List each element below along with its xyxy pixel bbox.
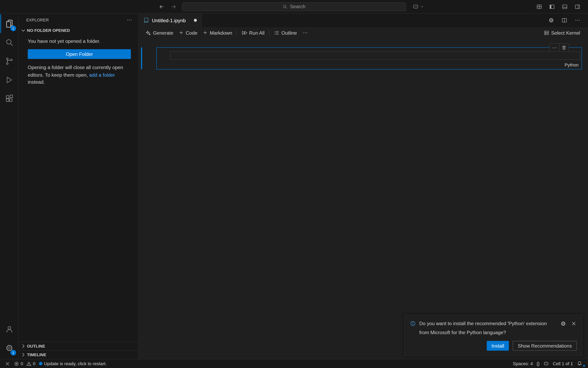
split-editor-button[interactable] [560,16,568,24]
forward-button[interactable] [170,2,178,11]
open-folder-button[interactable]: Open Folder [28,49,131,59]
layout-sidebar-right-icon [575,4,581,9]
run-all-icon [242,30,247,36]
copilot-dropdown[interactable] [412,3,424,10]
chevron-right-icon [20,352,26,358]
notifications-bell[interactable] [575,361,584,366]
chevron-down-icon [420,5,424,9]
more-editor-actions-button[interactable] [573,16,582,24]
toggle-panel-button[interactable] [561,2,569,11]
trash-icon [562,45,567,50]
modified-dot-icon[interactable] [194,19,197,22]
outline-label: Outline [281,30,297,36]
add-code-cell-button[interactable]: Code [176,29,200,37]
error-count: 0 [21,361,23,366]
spaces-label: Spaces: 4 [513,361,533,366]
timeline-label: TIMELINE [27,353,46,357]
cell-position-label: Cell 1 of 1 [553,361,573,366]
error-icon [14,361,19,366]
tab-label: Untitled-1.ipynb [152,18,191,23]
editor-actions [547,14,588,27]
focused-cell-indicator [141,47,142,69]
toggle-primary-sidebar-button[interactable] [548,2,556,11]
generate-button[interactable]: Generate [143,29,176,37]
install-button[interactable]: Install [487,341,509,351]
remote-icon [5,361,10,366]
select-kernel-label: Select Kernel [551,30,580,36]
toast-content: Do you want to install the recommended '… [410,319,577,337]
cell-code-editor[interactable] [170,51,580,60]
plus-icon [179,30,184,35]
more-actions-icon[interactable] [126,17,132,23]
layout-controls [535,2,582,11]
cell-more-actions-button[interactable] [550,44,559,52]
copilot-status[interactable] [541,361,551,366]
search-input[interactable]: Search [182,2,406,11]
markdown-label: Markdown [210,30,232,36]
remote-indicator[interactable] [3,359,12,368]
run-all-button[interactable]: Run All [239,29,267,37]
plus-icon [202,30,208,35]
cell-language-picker[interactable]: Python [565,62,579,67]
notebook-settings-button[interactable] [547,16,555,24]
activity-bar-bottom: 1 [0,320,18,359]
update-dot-icon [39,362,43,365]
indent-indicator[interactable]: Spaces: 4 [511,361,535,366]
toast-actions [560,319,577,337]
gear-icon [548,17,554,23]
layout-sidebar-left-icon [549,4,555,9]
select-kernel-button[interactable]: Select Kernel [541,29,583,37]
warning-count: 0 [33,361,35,366]
toolbar-separator [269,30,269,36]
add-markdown-cell-button[interactable]: Markdown [200,29,235,37]
bell-icon [577,361,582,366]
editor-area: Untitled-1.ipynb [139,14,588,359]
layout-grid-icon [536,4,542,9]
update-ready-item[interactable]: Update is ready, click to restart. [37,359,109,368]
settings-badge: 1 [10,350,16,356]
tab-untitled-notebook[interactable]: Untitled-1.ipynb [139,14,202,27]
no-folder-section-header[interactable]: NO FOLDER OPENED [19,26,138,34]
status-bar: 0 0 Update is ready, click to restart. S… [0,359,588,368]
more-toolbar-actions-button[interactable] [299,29,310,37]
customize-layout-button[interactable] [535,2,544,11]
activity-accounts[interactable] [0,320,18,339]
extensions-icon [5,94,14,103]
explorer-badge: 1 [10,26,16,31]
back-button[interactable] [158,2,166,11]
delete-cell-button[interactable] [559,44,569,52]
outline-section-header[interactable]: OUTLINE [19,341,138,350]
problems-indicator[interactable]: 0 0 [12,359,37,368]
toggle-secondary-sidebar-button[interactable] [573,2,582,11]
list-outline-icon [274,30,280,36]
close-icon[interactable] [571,321,577,327]
add-folder-link[interactable]: add a folder [89,72,115,77]
sidebar-title: EXPLORER [26,18,49,22]
tab-bar: Untitled-1.ipynb [139,14,588,27]
activity-explorer[interactable]: 1 [0,14,18,33]
show-recommendations-button[interactable]: Show Recommendations [513,341,577,351]
search-placeholder: Search [290,4,305,9]
split-editor-icon [562,17,567,23]
outline-button[interactable]: Outline [271,29,299,37]
cell-position-indicator[interactable]: Cell 1 of 1 [551,361,575,366]
toolbar-separator [237,30,237,36]
notebook-cell[interactable]: Python [156,47,582,69]
language-braces-indicator[interactable]: {} [535,361,542,366]
activity-source-control[interactable] [0,52,18,71]
source-control-icon [5,57,14,66]
arrow-right-icon [171,4,177,9]
notebook-toolbar: Generate Code Markdown Run All [139,27,588,38]
timeline-section-header[interactable]: TIMELINE [19,350,138,359]
outline-label: OUTLINE [27,344,45,349]
gear-icon[interactable] [560,321,566,327]
activity-run-debug[interactable] [0,71,18,90]
status-bar-right: Spaces: 4 {} Cell 1 of 1 [511,361,584,366]
activity-search[interactable] [0,33,18,52]
arrow-left-icon [158,4,165,9]
notification-toast: Do you want to install the recommended '… [404,314,582,356]
activity-settings[interactable]: 1 [0,339,18,357]
warning-icon [26,361,31,366]
history-navigation [158,2,178,11]
activity-extensions[interactable] [0,89,18,108]
